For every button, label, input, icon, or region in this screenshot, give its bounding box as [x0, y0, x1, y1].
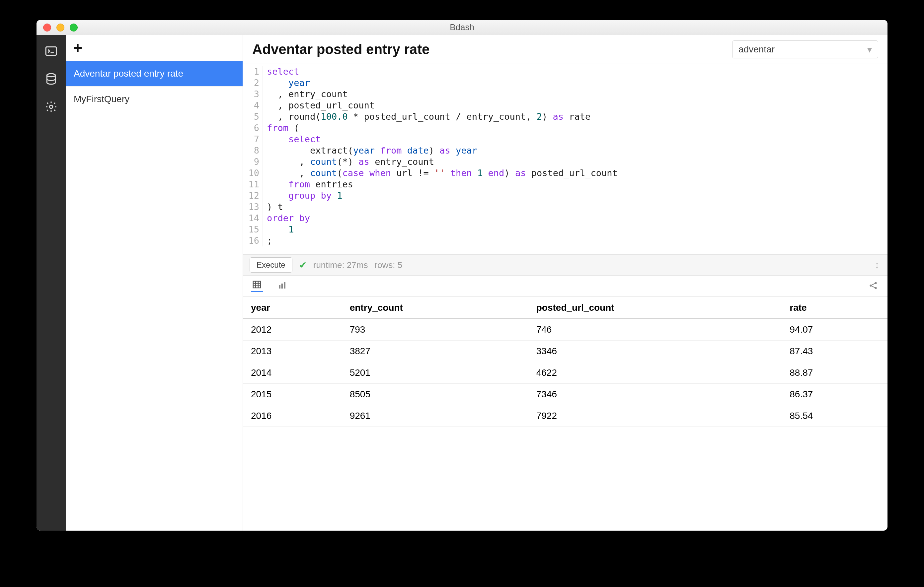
column-header[interactable]: year	[243, 297, 342, 319]
table-cell: 86.37	[782, 384, 888, 405]
new-query-button[interactable]: +	[73, 40, 82, 56]
table-cell: 793	[342, 319, 528, 340]
window-title: Bdash	[36, 22, 888, 33]
editor-code[interactable]: select year , entry_count , posted_url_c…	[263, 66, 618, 247]
table-row[interactable]: 20133827334687.43	[243, 340, 888, 362]
results-body: 201279374694.0720133827334687.4320145201…	[243, 319, 888, 427]
table-cell: 7922	[528, 405, 782, 427]
sql-editor[interactable]: 12345678910111213141516 select year , en…	[243, 63, 888, 254]
column-header[interactable]: rate	[782, 297, 888, 319]
table-row[interactable]: 20169261792285.54	[243, 405, 888, 427]
table-cell: 85.54	[782, 405, 888, 427]
column-header[interactable]: posted_url_count	[528, 297, 782, 319]
datasource-value: adventar	[738, 44, 775, 55]
table-cell: 2015	[243, 384, 342, 405]
table-cell: 3827	[342, 340, 528, 362]
table-cell: 746	[528, 319, 782, 340]
table-cell: 94.07	[782, 319, 888, 340]
svg-rect-11	[284, 282, 285, 289]
table-row[interactable]: 20145201462288.87	[243, 362, 888, 384]
table-cell: 7346	[528, 384, 782, 405]
table-cell: 88.87	[782, 362, 888, 384]
table-cell: 9261	[342, 405, 528, 427]
table-cell: 5201	[342, 362, 528, 384]
share-button[interactable]	[868, 281, 878, 292]
titlebar: Bdash	[36, 20, 888, 35]
status-rows: rows: 5	[375, 260, 402, 270]
chevron-down-icon: ▾	[867, 44, 872, 55]
results-table: yearentry_countposted_url_countrate 2012…	[243, 297, 888, 427]
svg-rect-10	[281, 284, 283, 289]
terminal-icon[interactable]	[43, 43, 59, 59]
success-check-icon: ✔	[299, 260, 307, 271]
table-cell: 3346	[528, 340, 782, 362]
execute-button[interactable]: Execute	[249, 257, 292, 273]
column-header[interactable]: entry_count	[342, 297, 528, 319]
sidebar-header: +	[66, 35, 243, 61]
table-view-tab[interactable]	[251, 280, 263, 292]
query-sidebar: + Adventar posted entry rateMyFirstQuery	[66, 35, 243, 531]
svg-rect-0	[46, 47, 56, 55]
query-title[interactable]: Adventar posted entry rate	[252, 41, 429, 58]
results-header-row: yearentry_countposted_url_countrate	[243, 297, 888, 319]
main-pane: Adventar posted entry rate adventar ▾ 12…	[243, 35, 888, 531]
sidebar-query-item[interactable]: Adventar posted entry rate	[66, 61, 243, 87]
table-cell: 4622	[528, 362, 782, 384]
app-window: Bdash + Adventar posted entry rateMyFirs…	[36, 20, 888, 531]
query-list: Adventar posted entry rateMyFirstQuery	[66, 61, 243, 531]
table-cell: 2013	[243, 340, 342, 362]
svg-line-15	[871, 283, 875, 285]
table-cell: 2014	[243, 362, 342, 384]
svg-rect-9	[279, 285, 280, 289]
svg-point-3	[50, 105, 53, 109]
table-row[interactable]: 201279374694.07	[243, 319, 888, 340]
main-header: Adventar posted entry rate adventar ▾	[243, 35, 888, 63]
table-cell: 87.43	[782, 340, 888, 362]
table-cell: 8505	[342, 384, 528, 405]
svg-line-16	[871, 286, 875, 288]
execute-bar: Execute ✔ runtime: 27ms rows: 5 ↕	[243, 254, 888, 276]
table-cell: 2012	[243, 319, 342, 340]
settings-icon[interactable]	[43, 99, 59, 115]
results-pane: yearentry_countposted_url_countrate 2012…	[243, 297, 888, 531]
svg-point-2	[47, 74, 55, 77]
nav-rail	[36, 35, 66, 531]
datasource-select[interactable]: adventar ▾	[732, 41, 878, 58]
vertical-resize-handle[interactable]: ↕	[874, 259, 879, 271]
svg-rect-4	[253, 281, 261, 288]
editor-gutter: 12345678910111213141516	[243, 66, 263, 247]
sidebar-query-item[interactable]: MyFirstQuery	[66, 87, 243, 112]
table-cell: 2016	[243, 405, 342, 427]
status-runtime: runtime: 27ms	[314, 260, 368, 270]
database-icon[interactable]	[43, 71, 59, 87]
chart-view-tab[interactable]	[276, 280, 288, 292]
table-row[interactable]: 20158505734686.37	[243, 384, 888, 405]
result-tabs	[243, 276, 888, 297]
